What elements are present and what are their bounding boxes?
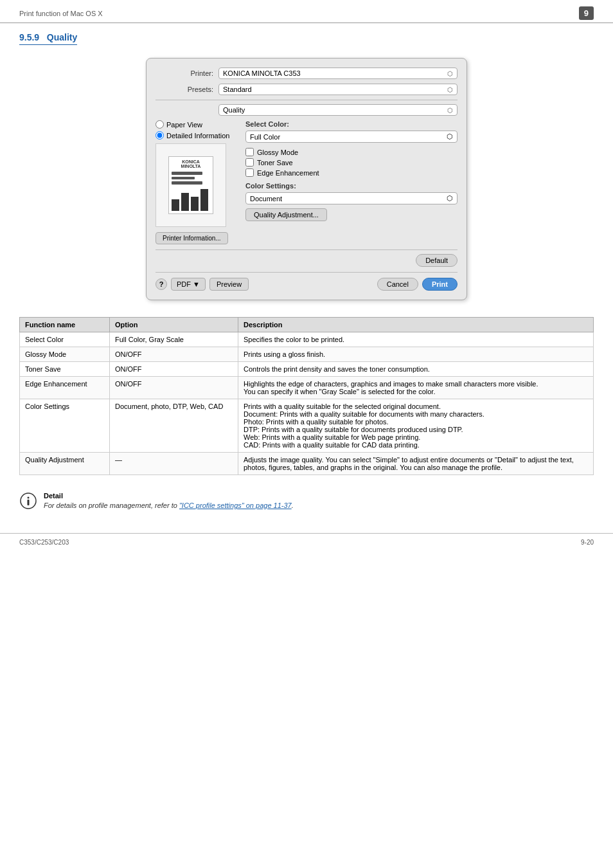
dialog-divider-1 <box>155 100 458 100</box>
printer-select[interactable]: KONICA MINOLTA C353 ⬡ <box>218 68 458 79</box>
printer-stepper-icon[interactable]: ⬡ <box>447 70 453 77</box>
preview-button[interactable]: Preview <box>209 278 249 291</box>
printer-chart <box>172 189 210 211</box>
note-text-before: For details on profile management, refer… <box>44 502 179 509</box>
note-text: For details on profile management, refer… <box>44 502 294 509</box>
note-link[interactable]: "ICC profile settings" on page 11-37 <box>179 502 292 509</box>
svg-point-1 <box>28 497 30 499</box>
color-settings-label: Color Settings: <box>245 182 458 190</box>
table-row: Edge EnhancementON/OFFHighlights the edg… <box>20 377 594 399</box>
svg-rect-2 <box>28 500 30 505</box>
cell-function-name: Select Color <box>20 332 110 347</box>
quality-adjustment-button[interactable]: Quality Adjustment... <box>245 208 327 221</box>
footer-page: 9-20 <box>581 539 594 546</box>
table-section: Function name Option Description Select … <box>0 311 613 485</box>
note-box: Detail For details on profile management… <box>19 492 594 514</box>
cell-option: ON/OFF <box>110 347 238 362</box>
printer-bar-1 <box>172 199 179 211</box>
cell-option: Full Color, Gray Scale <box>110 332 238 347</box>
presets-row: Presets: Standard ⬡ <box>155 84 458 95</box>
col-description: Description <box>238 318 594 332</box>
dialog-right-panel: Select Color: Full Color ⬡ Glossy Mode T… <box>245 120 458 244</box>
table-row: Toner SaveON/OFFControls the print densi… <box>20 362 594 377</box>
toner-save-label: Toner Save <box>257 159 293 167</box>
cell-description: Highlights the edge of characters, graph… <box>238 377 594 399</box>
cell-function-name: Glossy Mode <box>20 347 110 362</box>
pdf-button[interactable]: PDF ▼ <box>171 278 206 291</box>
quality-select[interactable]: Quality ⬡ <box>218 104 458 116</box>
cell-description: Prints with a quality suitable for the s… <box>238 399 594 453</box>
note-title: Detail <box>44 492 294 500</box>
dialog-bottom: Default <box>155 249 458 267</box>
cancel-button[interactable]: Cancel <box>377 278 418 291</box>
printer-information-button[interactable]: Printer Information... <box>155 232 228 244</box>
page-footer: C353/C253/C203 9-20 <box>0 533 613 551</box>
printer-preview-inner: KONICAMINOLTA <box>168 156 213 214</box>
table-row: Glossy ModeON/OFFPrints using a gloss fi… <box>20 347 594 362</box>
dialog-content: Paper View Detailed Information KONICAMI… <box>155 120 458 244</box>
cell-function-name: Edge Enhancement <box>20 377 110 399</box>
detail-icon <box>19 492 37 514</box>
cell-option: Document, photo, DTP, Web, CAD <box>110 399 238 453</box>
footer-model: C353/C253/C203 <box>19 539 69 546</box>
document-value: Document <box>250 195 282 203</box>
col-function-name: Function name <box>20 318 110 332</box>
table-header-row: Function name Option Description <box>20 318 594 332</box>
print-dialog: Printer: KONICA MINOLTA C353 ⬡ Presets: … <box>146 58 467 300</box>
full-color-select[interactable]: Full Color ⬡ <box>245 131 458 143</box>
printer-preview: KONICAMINOLTA <box>155 143 226 227</box>
glossy-mode-checkbox[interactable] <box>245 148 254 156</box>
printer-value: KONICA MINOLTA C353 <box>223 69 301 77</box>
edge-enhancement-checkbox[interactable] <box>245 168 254 177</box>
default-button[interactable]: Default <box>416 254 458 267</box>
note-content: Detail For details on profile management… <box>44 492 294 509</box>
print-button[interactable]: Print <box>422 278 458 291</box>
toner-save-row: Toner Save <box>245 158 458 167</box>
cell-description: Prints using a gloss finish. <box>238 347 594 362</box>
full-color-value: Full Color <box>250 133 280 141</box>
toner-save-checkbox[interactable] <box>245 158 254 167</box>
quality-row: Quality ⬡ <box>155 104 458 116</box>
presets-value: Standard <box>223 86 252 93</box>
edge-enhancement-row: Edge Enhancement <box>245 168 458 177</box>
dialog-left-panel: Paper View Detailed Information KONICAMI… <box>155 120 239 244</box>
detailed-info-label: Detailed Information <box>166 132 229 140</box>
dialog-footer-left: ? PDF ▼ Preview <box>155 278 249 291</box>
printer-row: Printer: KONICA MINOLTA C353 ⬡ <box>155 68 458 79</box>
detailed-info-radio-row: Detailed Information <box>155 131 239 140</box>
detailed-info-radio[interactable] <box>155 131 164 140</box>
glossy-mode-row: Glossy Mode <box>245 148 458 156</box>
printer-label: Printer: <box>155 69 213 77</box>
cell-description: Specifies the color to be printed. <box>238 332 594 347</box>
col-option: Option <box>110 318 238 332</box>
paper-view-radio-row: Paper View <box>155 120 239 129</box>
cell-function-name: Quality Adjustment <box>20 453 110 475</box>
document-stepper-icon[interactable]: ⬡ <box>447 194 453 203</box>
page-header-title: Print function of Mac OS X <box>19 10 103 17</box>
paper-view-label: Paper View <box>166 121 202 129</box>
table-row: Color SettingsDocument, photo, DTP, Web,… <box>20 399 594 453</box>
dialog-wrapper: Printer: KONICA MINOLTA C353 ⬡ Presets: … <box>0 51 613 311</box>
printer-bar-3 <box>191 197 199 211</box>
presets-stepper-icon[interactable]: ⬡ <box>447 86 453 93</box>
select-color-label: Select Color: <box>245 120 458 128</box>
edge-enhancement-label: Edge Enhancement <box>257 169 319 177</box>
printer-bar-4 <box>200 189 208 211</box>
cell-option: ON/OFF <box>110 362 238 377</box>
presets-label: Presets: <box>155 86 213 93</box>
full-color-stepper-icon[interactable]: ⬡ <box>447 132 453 141</box>
printer-bar-2 <box>181 193 189 211</box>
dialog-footer: ? PDF ▼ Preview Cancel Print <box>155 272 458 291</box>
select-color-section: Select Color: Full Color ⬡ <box>245 120 458 143</box>
cell-function-name: Color Settings <box>20 399 110 453</box>
document-select[interactable]: Document ⬡ <box>245 192 458 204</box>
help-button[interactable]: ? <box>155 278 167 290</box>
paper-view-radio[interactable] <box>155 120 164 129</box>
quality-stepper-icon[interactable]: ⬡ <box>447 107 453 114</box>
page-number-badge: 9 <box>579 6 594 20</box>
function-table: Function name Option Description Select … <box>19 317 594 475</box>
section-heading: 9.5.9 Quality <box>0 23 613 51</box>
cell-description: Controls the print density and saves the… <box>238 362 594 377</box>
presets-select[interactable]: Standard ⬡ <box>218 84 458 95</box>
cell-description: Adjusts the image quality. You can selec… <box>238 453 594 475</box>
